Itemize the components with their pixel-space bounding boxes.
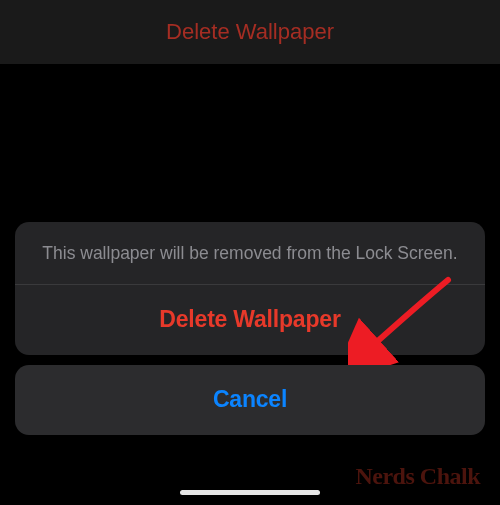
cancel-label: Cancel bbox=[213, 386, 287, 413]
spacer bbox=[0, 64, 500, 222]
home-indicator bbox=[180, 490, 320, 495]
action-sheet: This wallpaper will be removed from the … bbox=[15, 222, 485, 355]
watermark: Nerds Chalk bbox=[355, 463, 480, 490]
sheet-message: This wallpaper will be removed from the … bbox=[15, 222, 485, 284]
top-header-title: Delete Wallpaper bbox=[166, 19, 334, 45]
cancel-button[interactable]: Cancel bbox=[15, 365, 485, 435]
delete-wallpaper-button[interactable]: Delete Wallpaper bbox=[15, 285, 485, 355]
top-header: Delete Wallpaper bbox=[0, 0, 500, 64]
